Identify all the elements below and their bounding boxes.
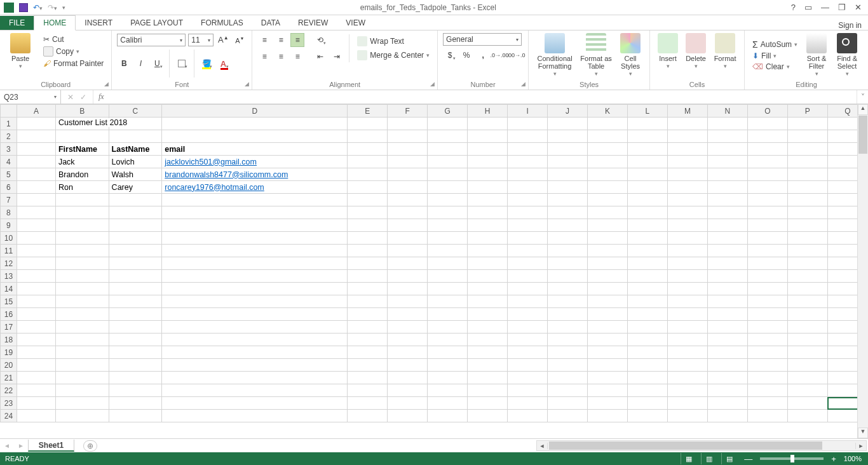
cell-G6[interactable] — [428, 181, 468, 194]
cell-A24[interactable] — [17, 410, 55, 422]
cell-F8[interactable] — [388, 206, 428, 219]
cell-B10[interactable] — [55, 232, 109, 245]
row-header-3[interactable]: 3 — [1, 143, 17, 156]
cell-D13[interactable] — [162, 270, 348, 283]
fx-icon[interactable]: fx — [93, 90, 109, 104]
conditional-formatting-button[interactable]: Conditional Formatting▾ — [534, 33, 576, 78]
cell-M9[interactable] — [667, 219, 707, 232]
restore-icon[interactable]: ❐ — [838, 3, 846, 12]
cell-P8[interactable] — [787, 206, 827, 219]
cell-A18[interactable] — [17, 334, 55, 346]
cell-A10[interactable] — [17, 232, 55, 245]
cell-M2[interactable] — [667, 130, 707, 143]
column-header-H[interactable]: H — [468, 105, 508, 118]
cell-G21[interactable] — [428, 372, 468, 384]
tab-pagelayout[interactable]: PAGE LAYOUT — [121, 16, 192, 30]
cell-G2[interactable] — [428, 130, 468, 143]
cell-I9[interactable] — [508, 219, 548, 232]
cell-J4[interactable] — [548, 156, 588, 168]
cell-C24[interactable] — [109, 410, 162, 422]
fill-color-button[interactable]: 🪣▾ — [200, 57, 214, 71]
cell-P22[interactable] — [787, 384, 827, 397]
row-header-21[interactable]: 21 — [1, 372, 17, 384]
cell-M6[interactable] — [667, 181, 707, 194]
cell-N2[interactable] — [707, 130, 747, 143]
cell-K16[interactable] — [587, 308, 627, 321]
hscroll-thumb[interactable] — [549, 441, 822, 450]
cell-B16[interactable] — [55, 308, 109, 321]
cell-L21[interactable] — [627, 372, 667, 384]
cell-N11[interactable] — [707, 245, 747, 257]
cell-G19[interactable] — [428, 346, 468, 359]
cell-O9[interactable] — [747, 219, 787, 232]
cell-E16[interactable] — [348, 308, 388, 321]
cell-N13[interactable] — [707, 270, 747, 283]
cell-D6[interactable]: roncarey1976@hotmail.com — [162, 181, 348, 194]
cell-H2[interactable] — [468, 130, 508, 143]
cell-E18[interactable] — [348, 334, 388, 346]
cell-D5[interactable]: brandonwalsh8477@silicomm.com — [162, 168, 348, 181]
cell-I15[interactable] — [508, 295, 548, 308]
cell-J9[interactable] — [548, 219, 588, 232]
tab-view[interactable]: VIEW — [337, 16, 374, 30]
cell-I16[interactable] — [508, 308, 548, 321]
insert-cells-button[interactable]: Insert▾ — [655, 33, 681, 70]
cell-L10[interactable] — [627, 232, 667, 245]
column-header-K[interactable]: K — [587, 105, 627, 118]
cell-N16[interactable] — [707, 308, 747, 321]
cell-N8[interactable] — [707, 206, 747, 219]
cell-O22[interactable] — [747, 384, 787, 397]
cell-K3[interactable] — [587, 143, 627, 156]
cell-D8[interactable] — [162, 206, 348, 219]
cell-I12[interactable] — [508, 257, 548, 270]
cell-O10[interactable] — [747, 232, 787, 245]
format-as-table-button[interactable]: Format as Table▾ — [578, 33, 614, 78]
cell-F6[interactable] — [388, 181, 428, 194]
cell-F19[interactable] — [388, 346, 428, 359]
cell-P2[interactable] — [787, 130, 827, 143]
cell-O16[interactable] — [747, 308, 787, 321]
tab-formulas[interactable]: FORMULAS — [192, 16, 252, 30]
cell-L18[interactable] — [627, 334, 667, 346]
cell-N15[interactable] — [707, 295, 747, 308]
row-header-24[interactable]: 24 — [1, 410, 17, 422]
cell-L3[interactable] — [627, 143, 667, 156]
cell-F24[interactable] — [388, 410, 428, 422]
cell-C6[interactable]: Carey — [109, 181, 162, 194]
cell-G13[interactable] — [428, 270, 468, 283]
cell-N1[interactable] — [707, 118, 747, 130]
cell-H8[interactable] — [468, 206, 508, 219]
cell-H12[interactable] — [468, 257, 508, 270]
row-header-17[interactable]: 17 — [1, 321, 17, 334]
cell-N12[interactable] — [707, 257, 747, 270]
row-header-6[interactable]: 6 — [1, 181, 17, 194]
cell-I18[interactable] — [508, 334, 548, 346]
cell-N19[interactable] — [707, 346, 747, 359]
cell-F13[interactable] — [388, 270, 428, 283]
cell-L23[interactable] — [627, 397, 667, 410]
cell-J13[interactable] — [548, 270, 588, 283]
row-header-18[interactable]: 18 — [1, 334, 17, 346]
cell-A6[interactable] — [17, 181, 55, 194]
minimize-icon[interactable]: — — [821, 3, 829, 12]
cell-I13[interactable] — [508, 270, 548, 283]
zoom-slider-knob[interactable] — [790, 455, 794, 462]
cell-J22[interactable] — [548, 384, 588, 397]
horizontal-scrollbar[interactable]: ◄ ► — [536, 440, 867, 451]
autosum-button[interactable]: ΣAutoSum▾ — [750, 39, 800, 50]
new-sheet-button[interactable]: ⊕ — [83, 440, 97, 452]
column-header-G[interactable]: G — [428, 105, 468, 118]
increase-font-button[interactable]: A▲ — [216, 33, 230, 47]
cell-G24[interactable] — [428, 410, 468, 422]
cell-E19[interactable] — [348, 346, 388, 359]
cell-E10[interactable] — [348, 232, 388, 245]
cell-B4[interactable]: Jack — [55, 156, 109, 168]
cell-L16[interactable] — [627, 308, 667, 321]
sheet-nav-next-icon[interactable]: ► — [14, 442, 28, 449]
cell-L8[interactable] — [627, 206, 667, 219]
cell-D19[interactable] — [162, 346, 348, 359]
cell-F16[interactable] — [388, 308, 428, 321]
row-header-4[interactable]: 4 — [1, 156, 17, 168]
cell-A9[interactable] — [17, 219, 55, 232]
cell-F10[interactable] — [388, 232, 428, 245]
